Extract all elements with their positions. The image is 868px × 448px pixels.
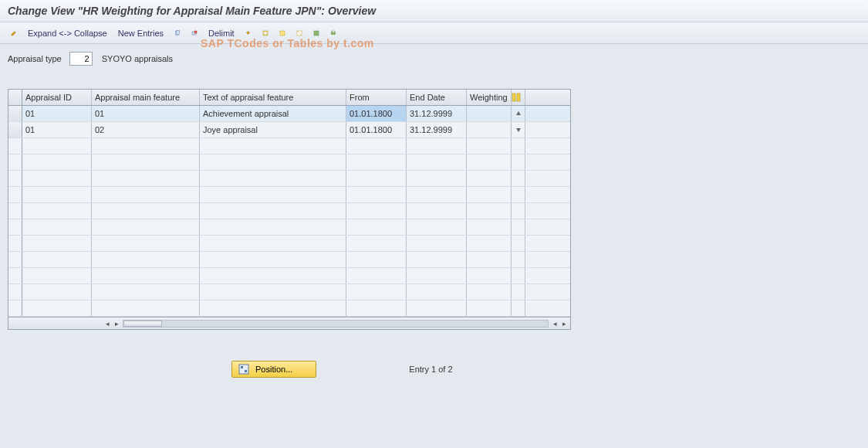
table-row[interactable] [8,171,570,187]
row-selector[interactable] [8,106,22,121]
copy-icon[interactable] [171,27,184,39]
cell-from[interactable]: 01.01.1800 [346,106,407,121]
cell-end[interactable]: 31.12.9999 [407,106,467,121]
select-all-icon[interactable] [259,27,272,39]
svg-rect-15 [239,365,248,374]
select-block-icon[interactable] [276,27,289,39]
col-header-main-feature[interactable]: Appraisal main feature [92,90,200,105]
table-row[interactable] [8,284,570,300]
appraisal-type-input[interactable] [69,52,93,66]
svg-rect-14 [517,93,520,101]
undo-icon[interactable] [242,27,255,39]
new-entries-button[interactable]: New Entries [115,27,167,39]
position-button-label: Position... [255,365,292,374]
svg-rect-9 [314,31,316,36]
delete-icon[interactable] [188,27,201,39]
svg-rect-17 [245,370,247,372]
table-row[interactable] [8,252,570,268]
col-header-end[interactable]: End Date [407,90,467,105]
svg-rect-3 [194,31,197,33]
table-row[interactable] [8,187,570,203]
scroll-down-icon[interactable] [512,122,525,137]
cell-end[interactable]: 31.12.9999 [407,122,467,137]
col-header-appraisal-id[interactable]: Appraisal ID [22,90,92,105]
print-icon[interactable] [327,27,339,39]
cell-weighting[interactable] [467,106,512,121]
delimit-button[interactable]: Delimit [205,27,238,39]
cell-main-feature[interactable]: 01 [92,106,200,121]
expand-collapse-button[interactable]: Expand <-> Collapse [25,27,110,39]
table-header: Appraisal ID Appraisal main feature Text… [8,90,570,106]
toggle-display-change-icon[interactable] [8,27,20,39]
scroll-right-icon[interactable]: ◂ [550,320,559,328]
row-selector-header[interactable] [8,90,22,105]
footer-row: Position... Entry 1 of 2 [8,361,860,378]
cell-main-feature[interactable]: 02 [92,122,200,137]
svg-rect-6 [280,31,285,36]
position-button[interactable]: Position... [231,361,316,378]
col-header-from[interactable]: From [346,90,407,105]
cell-weighting[interactable] [467,122,512,137]
cell-appraisal-id[interactable]: 01 [22,122,92,137]
table-row[interactable]: 01 02 Joye appraisal 01.01.1800 31.12.99… [8,122,570,138]
deselect-all-icon[interactable] [293,27,306,39]
cell-text[interactable]: Achievement appraisal [200,106,346,121]
cell-from[interactable]: 01.01.1800 [346,122,407,137]
svg-rect-1 [177,30,180,34]
horizontal-scrollbar[interactable]: ◂ ▸ ◂ ▸ [8,317,570,329]
table-row[interactable] [8,236,570,252]
cell-appraisal-id[interactable]: 01 [22,106,92,121]
data-table: Appraisal ID Appraisal main feature Text… [8,89,571,330]
svg-rect-10 [316,31,319,36]
svg-rect-13 [512,93,515,101]
scroll-right-last-icon[interactable]: ▸ [559,320,569,328]
position-icon [238,364,249,375]
config-icon[interactable] [310,27,323,39]
table-body: 01 01 Achievement appraisal 01.01.1800 3… [8,106,570,317]
table-settings-icon[interactable] [512,90,525,105]
table-row[interactable] [8,138,570,154]
svg-rect-16 [241,366,243,368]
svg-rect-5 [264,32,267,35]
appraisal-type-label: Appraisal type [8,54,62,63]
col-header-text[interactable]: Text of appraisal feature [200,90,346,105]
row-selector[interactable] [8,122,22,137]
table-row[interactable] [8,203,570,219]
table-row[interactable] [8,219,570,236]
col-header-weighting[interactable]: Weighting [467,90,512,105]
table-row[interactable] [8,154,570,171]
scroll-left-icon[interactable]: ▸ [112,320,121,328]
svg-rect-12 [332,31,334,32]
content-area: Appraisal type SYOYO appraisals Appraisa… [0,44,868,448]
table-row[interactable]: 01 01 Achievement appraisal 01.01.1800 3… [8,106,570,122]
toolbar: Expand <-> Collapse New Entries Delimit [0,22,868,44]
table-row[interactable] [8,300,570,317]
filter-row: Appraisal type SYOYO appraisals [8,52,860,66]
table-row[interactable] [8,268,570,284]
page-title: Change View "HR Weighting for Appraisal … [0,0,868,22]
scrollbar-track[interactable] [123,320,549,328]
cell-text[interactable]: Joye appraisal [200,122,346,137]
scroll-left-first-icon[interactable]: ◂ [103,320,112,328]
entry-count-text: Entry 1 of 2 [409,365,452,374]
scroll-up-icon[interactable] [512,106,525,121]
scrollbar-thumb[interactable] [123,321,162,327]
appraisal-type-description: SYOYO appraisals [102,54,173,63]
